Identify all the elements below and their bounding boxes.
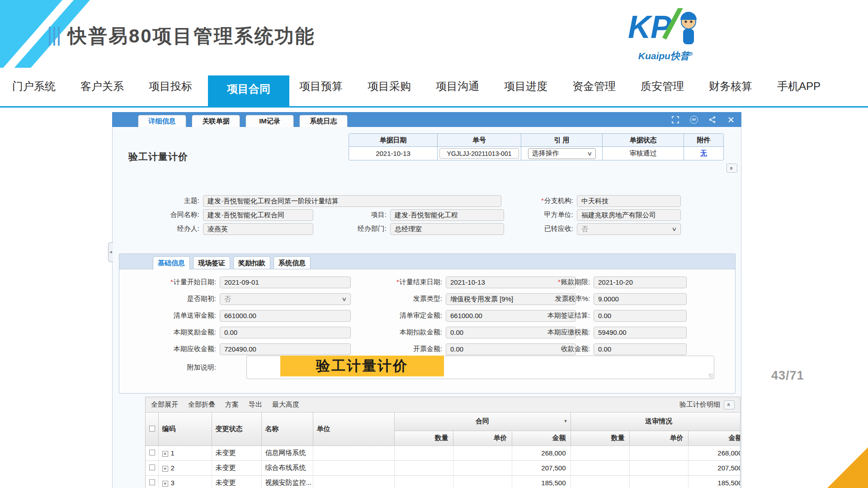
- field-current-receivable-amount: 本期应收金额: 720490.00: [139, 343, 351, 355]
- field-list-submitted-amount: 清单送审金额: 661000.00: [139, 310, 351, 322]
- nav-item-project-procurement[interactable]: 项目采购: [368, 79, 411, 106]
- svg-text:K: K: [628, 9, 653, 45]
- field-handler: 经办人: 凌燕英: [132, 223, 313, 235]
- toolbar-expand-all[interactable]: 全部展开: [151, 400, 178, 409]
- table-row[interactable]: +3 未变更 视频安防监控... 185,500 185,500: [146, 475, 741, 488]
- doc-col-number: 单号: [437, 134, 521, 146]
- detail-grid-panel: 全部展开 全部折叠 方案 导出 最大高度 验工计价明细 «: [145, 397, 741, 488]
- attachment-link[interactable]: 无: [700, 149, 707, 158]
- chevron-down-icon: ∨: [671, 224, 677, 235]
- table-row[interactable]: +2 未变更 综合布线系统 207,500 207,500: [146, 460, 741, 475]
- field-current-visa-settlement: 本期签证结算: 0.00: [513, 310, 687, 322]
- toolbar-export[interactable]: 导出: [249, 400, 262, 409]
- field-received-amount: 收款金额: 0.00: [513, 343, 687, 355]
- field-project: 项目: 建发·吾悦智能化工程: [319, 209, 504, 221]
- col-unit: 单位: [313, 413, 394, 446]
- kuaipu-logo-text: Kuaipu快普®: [625, 50, 706, 62]
- row-checkbox[interactable]: [149, 465, 155, 470]
- expand-row-icon[interactable]: +: [162, 466, 168, 472]
- toolbar-plan[interactable]: 方案: [225, 400, 239, 409]
- group-contract: 合同▼: [394, 413, 571, 431]
- field-transferred-receivable: 已转应收: 否 ∨: [502, 223, 681, 235]
- col-review-amount: 金额: [688, 431, 741, 446]
- resize-grip[interactable]: [709, 374, 713, 378]
- collapse-up-icon: «: [728, 166, 735, 169]
- field-current-reward-amount: 本期奖励金额: 0.00: [139, 326, 351, 338]
- expand-row-icon[interactable]: +: [162, 481, 168, 487]
- collapse-up-icon: «: [726, 403, 732, 406]
- nav-item-mobile-app[interactable]: 手机APP: [777, 79, 821, 106]
- close-icon[interactable]: [726, 115, 735, 124]
- col-review-price: 单价: [629, 431, 688, 446]
- nav-item-quality-safety[interactable]: 质安管理: [641, 79, 684, 106]
- subtab-basic-info[interactable]: 基础信息: [153, 256, 190, 270]
- group-review: 送审情况: [571, 413, 741, 431]
- panel-collapse-handle[interactable]: ◀: [108, 242, 113, 262]
- nav-item-customer-relations[interactable]: 客户关系: [80, 79, 124, 106]
- slide: K P Kuaipu快普® 快普易80项目管理系统功能 门户系统 客户关系 项目…: [0, 0, 868, 488]
- doc-col-reference: 引 用: [521, 134, 602, 146]
- tab-related-documents[interactable]: 关联单据: [192, 115, 240, 127]
- select-all-checkbox[interactable]: [149, 426, 155, 432]
- tab-system-log[interactable]: 系统日志: [299, 115, 348, 127]
- row-checkbox[interactable]: [149, 450, 155, 455]
- tab-detail-info[interactable]: 详细信息: [138, 115, 186, 127]
- document-header-table: 单据日期 单号 引 用 单据状态 附件 2021-10-13 YGJLJJ-20…: [349, 133, 724, 160]
- reference-action-select[interactable]: 选择操作 ∨: [528, 148, 596, 159]
- main-nav: 门户系统 客户关系 项目投标 项目合同 项目预算 项目采购 项目沟通 项目进度 …: [0, 68, 868, 108]
- row-checkbox[interactable]: [149, 479, 155, 485]
- col-change-status: 变更状态: [212, 413, 261, 446]
- field-branch-org: *分支机构: 中天科技: [502, 195, 681, 207]
- subtab-system-info[interactable]: 系统信息: [274, 256, 311, 269]
- field-invoice-tax-rate: 发票税率%: 9.0000: [513, 293, 687, 305]
- doc-status-value: 审核通过: [602, 147, 684, 160]
- nav-item-project-contract[interactable]: 项目合同: [208, 75, 289, 106]
- grid-panel-title: 验工计价明细: [679, 400, 720, 409]
- form-title: 验工计量计价: [128, 150, 188, 163]
- nav-item-project-bidding[interactable]: 项目投标: [149, 79, 192, 106]
- is-initial-select[interactable]: 否 ∨: [220, 293, 351, 305]
- col-contract-price: 单价: [453, 431, 512, 446]
- nav-item-financial-accounting[interactable]: 财务核算: [709, 79, 752, 106]
- title-bars-icon: [49, 26, 60, 46]
- kuaipu-logo: K P Kuaipu快普®: [625, 8, 706, 62]
- corner-decoration-bottom-right: [823, 447, 868, 488]
- field-additional-note-label: 附加说明:: [139, 361, 220, 374]
- chevron-down-icon: ∨: [587, 150, 592, 157]
- doc-number-input[interactable]: YGJLJJ-20211013-001: [439, 148, 519, 159]
- doc-col-status: 单据状态: [602, 134, 684, 146]
- subtab-strip: 基础信息 现场签证 奖励扣款 系统信息: [119, 254, 735, 269]
- app-window: 详细信息 关联单据 IM记录 系统日志 IM: [112, 112, 741, 488]
- header-checkbox-cell: [146, 413, 158, 446]
- page-number: 43/71: [771, 369, 804, 383]
- expand-icon[interactable]: [671, 115, 679, 124]
- share-icon[interactable]: [708, 115, 717, 124]
- transferred-receivable-select[interactable]: 否 ∨: [577, 223, 681, 235]
- nav-item-funds-management[interactable]: 资金管理: [572, 79, 616, 106]
- field-subject: 主题: 建发·吾悦智能化工程合同第一阶段计量结算: [132, 195, 501, 207]
- field-contract-name: 合同名称: 建发·吾悦智能化工程合同: [132, 209, 313, 221]
- im-icon[interactable]: IM: [689, 115, 698, 124]
- subtab-reward-deduction[interactable]: 奖励扣款: [233, 256, 270, 269]
- kuaipu-logo-mark: K P: [627, 8, 704, 47]
- detail-table: 编码 变更状态 名称 单位 合同▼ 送审情况 数量 单价 金额 数量 单价 金额: [146, 413, 741, 488]
- toolbar-max-height[interactable]: 最大高度: [272, 400, 299, 409]
- subtab-site-visa[interactable]: 现场签证: [193, 256, 230, 269]
- col-contract-amount: 金额: [512, 431, 571, 446]
- nav-item-project-communication[interactable]: 项目沟通: [436, 79, 479, 106]
- field-party-a: 甲方单位: 福建兆联房地产有限公司: [502, 209, 681, 221]
- nav-item-project-progress[interactable]: 项目进度: [504, 79, 547, 106]
- grid-collapse-button[interactable]: «: [724, 400, 735, 409]
- nav-item-portal-system[interactable]: 门户系统: [12, 79, 56, 106]
- toolbar-collapse-all[interactable]: 全部折叠: [188, 400, 215, 409]
- dropdown-arrow-icon[interactable]: ▼: [564, 419, 568, 423]
- table-row[interactable]: +1 未变更 信息网络系统 268,000 268,000: [146, 446, 741, 460]
- expand-row-icon[interactable]: +: [162, 451, 168, 457]
- tab-im-records[interactable]: IM记录: [245, 115, 294, 127]
- header-collapse-button[interactable]: «: [726, 164, 737, 173]
- doc-col-date: 单据日期: [349, 134, 437, 146]
- arrow-left-icon: ◀: [109, 250, 112, 254]
- doc-reference-cell: 选择操作 ∨: [521, 147, 602, 160]
- nav-item-project-budget[interactable]: 项目预算: [299, 79, 343, 106]
- col-code: 编码: [158, 413, 212, 446]
